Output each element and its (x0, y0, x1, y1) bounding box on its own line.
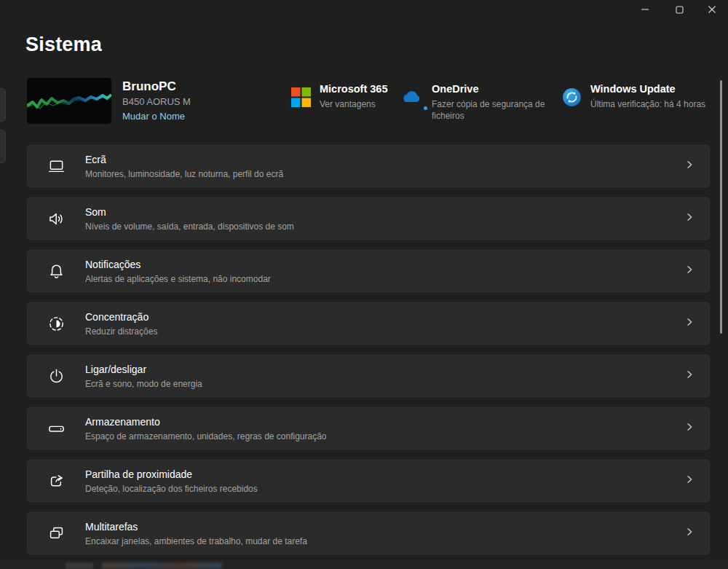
microsoft365-card[interactable]: Microsoft 365 Ver vantagens (291, 82, 387, 110)
row-subtitle: Encaixar janelas, ambientes de trabalho,… (85, 535, 307, 547)
onedrive-card[interactable]: OneDrive Fazer cópia de segurança de fic… (399, 82, 561, 122)
chevron-right-icon (684, 264, 695, 278)
device-thumbnail (27, 78, 111, 124)
settings-row-concentra-o[interactable]: ConcentraçãoReduzir distrações (27, 302, 710, 345)
sidebar-edge-fragment (0, 88, 6, 122)
close-button[interactable] (696, 0, 728, 19)
windows-update-card[interactable]: Windows Update Última verificação: há 4 … (562, 82, 705, 110)
settings-row-ligar-desligar[interactable]: Ligar/desligarEcrã e sono, modo de energ… (27, 355, 710, 397)
focus-icon (47, 314, 66, 333)
onedrive-cloud-icon (399, 87, 423, 106)
row-title: Armazenamento (85, 415, 327, 428)
chevron-right-icon (684, 212, 695, 225)
onedrive-alert-dot (424, 106, 427, 110)
multitask-icon (47, 524, 66, 543)
row-subtitle: Níveis de volume, saída, entrada, dispos… (85, 221, 294, 232)
row-subtitle: Reduzir distrações (85, 326, 157, 337)
power-icon (47, 366, 66, 385)
device-name: BrunoPC (122, 79, 191, 94)
title-bar (0, 0, 728, 22)
row-subtitle: Ecrã e sono, modo de energia (85, 378, 202, 390)
row-title: Ligar/desligar (85, 363, 202, 376)
row-title: Partilha de proximidade (85, 468, 258, 481)
settings-row-partilha-de-proximidade[interactable]: Partilha de proximidadeDeteção, localiza… (27, 460, 710, 502)
chevron-right-icon (684, 422, 695, 435)
share-icon (47, 471, 66, 490)
device-model: B450 AORUS M (122, 94, 191, 109)
chevron-right-icon (684, 527, 695, 540)
settings-row-multitarefas[interactable]: MultitarefasEncaixar janelas, ambientes … (27, 512, 710, 554)
storage-icon (47, 419, 66, 438)
minimize-icon (641, 5, 649, 14)
row-title: Concentração (85, 310, 157, 323)
partial-thumbnail-fragment (66, 562, 93, 569)
microsoft365-title: Microsoft 365 (320, 82, 387, 96)
settings-list: EcrãMonitores, luminosidade, luz noturna… (27, 145, 710, 565)
chevron-right-icon (684, 317, 695, 330)
windows-update-icon (562, 87, 582, 110)
onedrive-subtitle: Fazer cópia de segurança de ficheiros (432, 98, 561, 122)
microsoft-logo-icon (291, 87, 311, 110)
bell-icon (47, 262, 66, 280)
maximize-button[interactable] (663, 0, 695, 19)
row-subtitle: Alertas de aplicações e sistema, não inc… (85, 273, 271, 285)
sidebar-edge-fragment (0, 130, 6, 163)
row-subtitle: Deteção, localização dos ficheiros receb… (85, 483, 258, 495)
display-icon (47, 157, 66, 176)
partial-text-fragment (102, 562, 222, 569)
chevron-right-icon (684, 369, 695, 382)
row-title: Notificações (85, 258, 271, 271)
chevron-right-icon (684, 474, 695, 487)
settings-row-som[interactable]: SomNíveis de volume, saída, entrada, dis… (27, 197, 710, 240)
speaker-icon (47, 209, 66, 228)
maximize-icon (676, 6, 684, 14)
settings-row-armazenamento[interactable]: ArmazenamentoEspaço de armazenamento, un… (27, 407, 710, 450)
minimize-button[interactable] (629, 0, 661, 19)
vertical-scrollbar[interactable] (720, 80, 722, 334)
windows-update-subtitle: Última verificação: há 4 horas (590, 98, 705, 110)
settings-window: Sistema BrunoPC B450 AORUS M Mudar o Nom… (0, 0, 728, 569)
row-title: Ecrã (85, 153, 283, 166)
onedrive-title: OneDrive (432, 82, 561, 96)
row-title: Multitarefas (85, 520, 307, 533)
page-title: Sistema (25, 34, 102, 56)
close-icon (708, 5, 716, 14)
row-title: Som (85, 205, 294, 219)
row-subtitle: Espaço de armazenamento, unidades, regra… (85, 431, 327, 442)
row-subtitle: Monitores, luminosidade, luz noturna, pe… (85, 168, 283, 180)
settings-row-ecr-[interactable]: EcrãMonitores, luminosidade, luz noturna… (27, 145, 710, 187)
windows-update-title: Windows Update (590, 82, 705, 96)
chevron-right-icon (684, 160, 695, 173)
microsoft365-subtitle: Ver vantagens (320, 98, 387, 110)
partial-bottom-row (0, 560, 728, 569)
rename-device-link[interactable]: Mudar o Nome (122, 109, 191, 124)
settings-row-notifica-es[interactable]: NotificaçõesAlertas de aplicações e sist… (27, 250, 710, 292)
